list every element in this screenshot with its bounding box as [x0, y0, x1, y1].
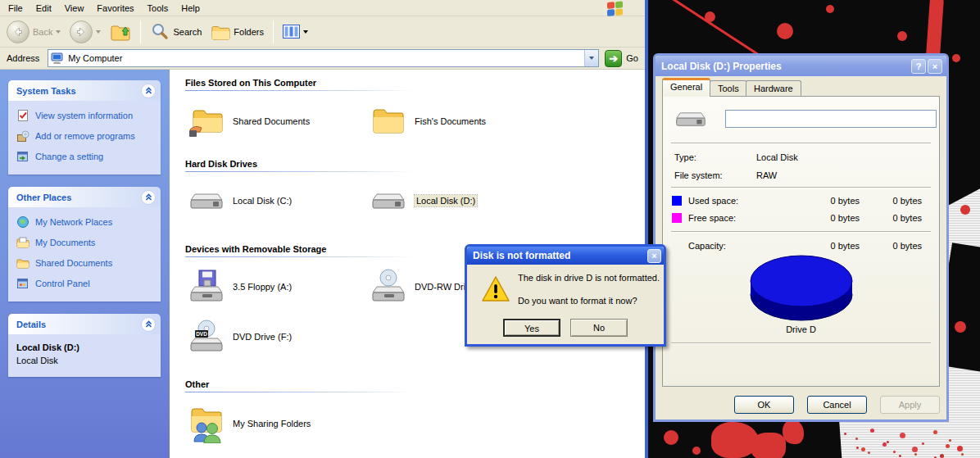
cancel-button[interactable]: Cancel: [807, 396, 867, 414]
menu-tools[interactable]: Tools: [141, 1, 175, 16]
views-icon: [283, 25, 300, 39]
address-value: My Computer: [68, 53, 122, 63]
group-separator: [671, 187, 931, 188]
item-label: Local Disk (C:): [233, 196, 292, 206]
sidebar-item-change-a-setting[interactable]: Change a setting: [16, 150, 156, 163]
menu-favorites[interactable]: Favorites: [90, 1, 140, 16]
tab-tools[interactable]: Tools: [710, 80, 747, 97]
toolbar-separator: [140, 20, 141, 43]
general-tab-page: Type: Local Disk File system: RAW Used s…: [662, 96, 940, 387]
sidebar-item-my-network-places[interactable]: My Network Places: [16, 215, 156, 229]
item-local-disk-d[interactable]: Local Disk (D:): [370, 189, 566, 212]
search-icon: [150, 22, 170, 42]
collapse-chevron-icon[interactable]: [141, 190, 156, 205]
address-dropdown-button[interactable]: [584, 50, 598, 66]
hard-disk-icon: [188, 189, 225, 212]
up-folder-icon: [110, 21, 131, 43]
volume-label-input[interactable]: [725, 110, 937, 128]
item-fishs-documents[interactable]: Fish's Documents: [370, 105, 566, 138]
toolbar: Back Search: [0, 16, 645, 48]
filesystem-label: File system:: [674, 170, 723, 180]
ok-button[interactable]: OK: [734, 396, 794, 414]
details-header[interactable]: Details: [8, 314, 161, 334]
details-item-type: Local Disk: [16, 356, 156, 365]
floppy-drive-icon: [188, 269, 225, 305]
folders-button[interactable]: Folders: [207, 20, 267, 43]
item-label-selected: Local Disk (D:): [415, 195, 477, 206]
warning-icon: [481, 275, 510, 303]
back-button[interactable]: Back: [3, 19, 64, 45]
section-title: Hard Disk Drives: [185, 159, 645, 169]
system-tasks-header[interactable]: System Tasks: [8, 80, 161, 101]
sidebar-item-my-documents[interactable]: My Documents: [16, 236, 156, 249]
task-pane-sidebar: System Tasks View system information: [0, 70, 170, 458]
address-input[interactable]: My Computer: [48, 49, 599, 67]
capacity-bytes: 0 bytes: [804, 241, 860, 251]
dvd-disc-drive-icon: DVD: [188, 319, 225, 355]
item-floppy-a[interactable]: 3.5 Floppy (A:): [188, 269, 370, 305]
views-dropdown-icon[interactable]: [303, 30, 308, 34]
system-info-icon: [16, 109, 29, 122]
used-space-alt: 0 bytes: [869, 196, 922, 206]
sidebar-item-add-or-remove-programs[interactable]: Add or remove programs: [16, 129, 156, 143]
sidebar-item-view-system-information[interactable]: View system information: [16, 109, 156, 122]
item-my-sharing-folders[interactable]: My Sharing Folders: [188, 404, 370, 443]
tab-hardware[interactable]: Hardware: [746, 80, 801, 97]
search-button[interactable]: Search: [147, 20, 205, 43]
apply-button[interactable]: Apply: [880, 396, 940, 414]
wallpaper-red-blob: [897, 31, 907, 41]
back-dropdown-icon[interactable]: [56, 30, 61, 34]
sidebar-item-label: Control Panel: [35, 279, 90, 288]
yes-button[interactable]: Yes: [503, 319, 560, 337]
free-space-label: Free space:: [688, 213, 736, 223]
views-button[interactable]: [279, 23, 311, 40]
help-button[interactable]: ?: [911, 59, 926, 74]
section-title: Other: [185, 379, 645, 389]
other-places-header[interactable]: Other Places: [8, 187, 161, 207]
menu-help[interactable]: Help: [175, 1, 206, 16]
wallpaper-red-blob: [952, 54, 960, 62]
disk-icon: [674, 110, 707, 129]
disk-usage-pie-chart: [663, 254, 939, 324]
properties-title: Local Disk (D:) Properties: [661, 61, 782, 72]
filesystem-value: RAW: [756, 170, 777, 180]
wallpaper-red-splat: [783, 419, 804, 444]
item-shared-documents[interactable]: Shared Documents: [188, 105, 370, 138]
menu-edit[interactable]: Edit: [29, 1, 58, 16]
search-label: Search: [173, 27, 202, 37]
item-local-disk-c[interactable]: Local Disk (C:): [188, 189, 370, 212]
local-disk-properties-dialog: Local Disk (D:) Properties ? × General T…: [653, 53, 949, 422]
collapse-chevron-icon[interactable]: [141, 84, 156, 98]
toolbar-separator: [273, 20, 274, 43]
menu-view[interactable]: View: [58, 1, 91, 16]
up-button[interactable]: [107, 20, 134, 44]
sidebar-item-label: My Documents: [35, 238, 95, 247]
change-setting-icon: [16, 150, 29, 163]
forward-button[interactable]: [66, 19, 104, 45]
section-hard-disk-drives: Hard Disk Drives Local Disk (C:): [185, 159, 645, 239]
msgbox-close-button[interactable]: ×: [647, 249, 661, 263]
system-tasks-title: System Tasks: [16, 86, 76, 96]
tab-general[interactable]: General: [662, 78, 710, 97]
close-button[interactable]: ×: [928, 59, 942, 74]
msgbox-title: Disk is not formatted: [473, 250, 570, 261]
properties-title-bar[interactable]: Local Disk (D:) Properties ? ×: [656, 56, 946, 76]
section-title: Files Stored on This Computer: [185, 78, 645, 88]
menu-file[interactable]: File: [2, 1, 29, 16]
used-space-swatch: [672, 196, 682, 206]
no-button[interactable]: No: [570, 319, 628, 337]
folders-label: Folders: [234, 27, 264, 37]
wallpaper-red-speckles: [844, 433, 846, 435]
add-remove-programs-icon: [16, 129, 29, 143]
msgbox-title-bar[interactable]: Disk is not formatted ×: [467, 247, 664, 265]
sidebar-item-shared-documents[interactable]: Shared Documents: [16, 256, 156, 270]
item-label: Shared Documents: [233, 116, 310, 126]
collapse-chevron-icon[interactable]: [141, 317, 156, 332]
disk-not-formatted-dialog: Disk is not formatted × The disk in driv…: [465, 244, 666, 347]
forward-dropdown-icon[interactable]: [96, 30, 101, 34]
item-dvd-drive-f[interactable]: DVD DVD Drive (F:): [188, 319, 370, 355]
wallpaper-red-blob: [664, 430, 678, 445]
go-label: Go: [626, 53, 638, 63]
go-button[interactable]: ➔: [605, 50, 622, 67]
sidebar-item-control-panel[interactable]: Control Panel: [16, 277, 156, 290]
